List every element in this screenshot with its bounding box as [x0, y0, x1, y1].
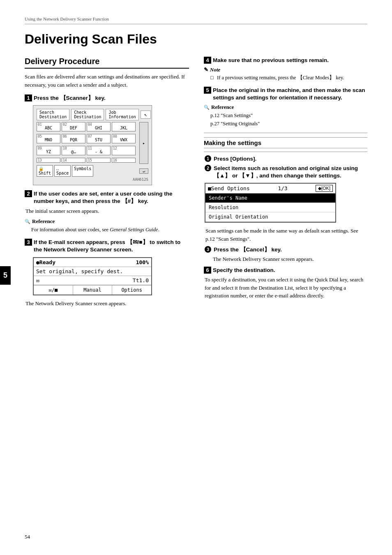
- scanner-keyboard-image: SearchDestination CheckDestination JobIn…: [33, 105, 152, 185]
- sk-tab-search: SearchDestination: [37, 109, 69, 120]
- substep-2-num: 2: [205, 165, 211, 171]
- step-4: 4 Make sure that no previous settings re…: [204, 57, 367, 82]
- rs-btn-1[interactable]: ✉/■: [34, 286, 73, 295]
- step-6-body: To specify a destination, you can select…: [205, 276, 367, 300]
- step-1-text: Press the 【Scanner】 key.: [34, 94, 106, 102]
- substep-1: 1 Press [Options].: [205, 155, 367, 163]
- step-2-text: If the user codes are set, enter a user …: [34, 190, 189, 205]
- sk-key-01: 01ABC: [37, 122, 60, 131]
- rs-ready: ●Ready: [36, 259, 55, 265]
- rs-tt: Tt1.0: [133, 277, 149, 283]
- rs-dest-row: Set original, specify dest.: [34, 267, 151, 276]
- step-5-text: Place the original in the machine, and t…: [213, 87, 367, 101]
- so-item-sender: Sender's Name: [205, 193, 335, 203]
- step-5-num: 5: [204, 87, 211, 94]
- sk-caption: AAH612S: [37, 177, 148, 182]
- so-header-mid: 1/3: [278, 185, 287, 191]
- step-6-text: Specify the destination.: [213, 267, 275, 274]
- sk-icon: ↖: [141, 111, 151, 119]
- making-settings-rule-top: [204, 133, 367, 133]
- step-4-num: 4: [204, 57, 211, 64]
- sk-tab-check: CheckDestination: [71, 109, 104, 120]
- sk-key-05: 05MNO: [37, 134, 60, 143]
- ref-line-2: p.27 "Setting Originals": [210, 120, 367, 128]
- sk-tab-job: JobInformation: [106, 109, 138, 120]
- substep-1-text: Press [Options].: [214, 155, 256, 163]
- sk-key-08: 08VWX: [112, 134, 136, 143]
- ref-line-1: p.12 "Scan Settings": [210, 111, 367, 120]
- note-content: If a previous setting remains, press the…: [210, 74, 367, 82]
- rs-btn-2[interactable]: Manual: [73, 286, 113, 295]
- rs-percent: 100%: [136, 259, 149, 265]
- making-settings-heading: Making the settings: [204, 137, 367, 148]
- so-item-resolution: Resolution: [205, 203, 335, 212]
- sk-key-13: 13: [37, 158, 60, 163]
- step-3-text: If the E-mail screen appears, press 【✉/■…: [34, 239, 189, 253]
- so-header-left: ■Send Options: [208, 185, 250, 191]
- step-4-note: Note If a previous setting remains, pres…: [204, 67, 367, 82]
- sk-side-arrow: ▸: [139, 122, 148, 164]
- sk-key-16: 16: [112, 158, 136, 163]
- sk-key-06: 06PQR: [62, 134, 85, 143]
- step-1: 1 Press the 【Scanner】 key. SearchDestina…: [25, 94, 189, 185]
- substep-2-body: Scan settings can be made in the same wa…: [205, 227, 367, 243]
- step-4-text: Make sure that no previous settings rema…: [213, 57, 329, 64]
- page-title: Delivering Scan Files: [25, 32, 367, 47]
- section-heading: Delivery Procedure: [25, 57, 189, 69]
- sk-key-14: 14: [62, 158, 85, 163]
- sk-key-12: 12: [112, 146, 136, 155]
- step-5-ref-content: p.12 "Scan Settings" p.27 "Setting Origi…: [210, 111, 367, 128]
- right-column: 4 Make sure that no previous settings re…: [204, 57, 367, 312]
- step-3: 3 If the E-mail screen appears, press 【✉…: [25, 239, 189, 307]
- rs-email-icon: ✉: [36, 277, 39, 283]
- page-number: 54: [25, 534, 30, 540]
- substep-3: 3 Press the 【Cancel】 key. The Network De…: [205, 246, 367, 263]
- making-settings-rule-bottom: [204, 152, 367, 152]
- sk-key-15: 15: [87, 158, 111, 163]
- sk-space: ⎵Space: [54, 165, 71, 177]
- so-ok-btn[interactable]: ◆[OK]: [316, 185, 333, 192]
- step-2-body: The initial scanner screen appears.: [25, 207, 189, 215]
- ready-screen: ●Ready 100% Set original, specify dest. …: [33, 257, 152, 295]
- intro-text: Scan files are delivered after scan sett…: [25, 73, 189, 89]
- step-5-ref: Reference p.12 "Scan Settings" p.27 "Set…: [204, 104, 367, 128]
- substep-2: 2 Select items such as resolution and or…: [205, 165, 367, 243]
- sk-symbols: Symbols: [72, 165, 93, 177]
- sk-key-04: 04GHI: [87, 122, 111, 131]
- send-options-screen: ■Send Options 1/3 ◆[OK] Sender's Name Re…: [205, 183, 336, 223]
- step-5: 5 Place the original in the machine, and…: [204, 87, 367, 128]
- substep-3-num: 3: [205, 246, 211, 253]
- page: 5 Using the Network Delivery Scanner Fun…: [0, 0, 392, 555]
- breadcrumb: Using the Network Delivery Scanner Funct…: [25, 16, 367, 24]
- step-2-ref: Reference For information about user cod…: [25, 218, 189, 234]
- substep-3-text: Press the 【Cancel】 key.: [214, 246, 282, 253]
- step-5-ref-label: Reference: [204, 104, 367, 111]
- step-3-num: 3: [25, 239, 32, 246]
- rs-btn-row: ✉/■ Manual Options: [34, 285, 151, 295]
- sk-key-02: 02DEF: [62, 122, 85, 131]
- step-2: 2 If the user codes are set, enter a use…: [25, 190, 189, 234]
- so-item-orientation: Original Orientation: [205, 212, 335, 222]
- ref-content: For information about user codes, see Ge…: [31, 226, 189, 234]
- chapter-tab: 5: [0, 266, 11, 285]
- step-1-num: 1: [25, 94, 32, 101]
- sk-enter: ↵: [139, 168, 148, 174]
- sk-key-jkl: JKL: [112, 122, 136, 131]
- note-label: Note: [204, 67, 367, 73]
- step-2-num: 2: [25, 190, 32, 197]
- ref-label: Reference: [25, 218, 189, 225]
- rs-btn-3[interactable]: Options: [112, 286, 151, 295]
- sk-shift: 🔒Shift: [37, 165, 53, 177]
- step-3-body: The Network Delivery Scanner screen appe…: [25, 299, 189, 308]
- so-header: ■Send Options 1/3 ◆[OK]: [205, 184, 335, 193]
- sk-key-11: 11- &: [87, 146, 111, 155]
- rs-icon-row: ✉ Tt1.0: [34, 276, 151, 285]
- step-6: 6 Specify the destination. To specify a …: [204, 267, 367, 300]
- sk-key-09: 09YZ: [37, 146, 60, 155]
- sk-key-10: 10@…: [62, 146, 85, 155]
- step-6-num: 6: [204, 267, 211, 274]
- substep-3-body: The Network Delivery Scanner screen appe…: [213, 255, 367, 263]
- sk-key-07: 07STU: [87, 134, 111, 143]
- substep-2-text: Select items such as resolution and orig…: [214, 165, 367, 180]
- note-item: If a previous setting remains, press the…: [210, 74, 367, 82]
